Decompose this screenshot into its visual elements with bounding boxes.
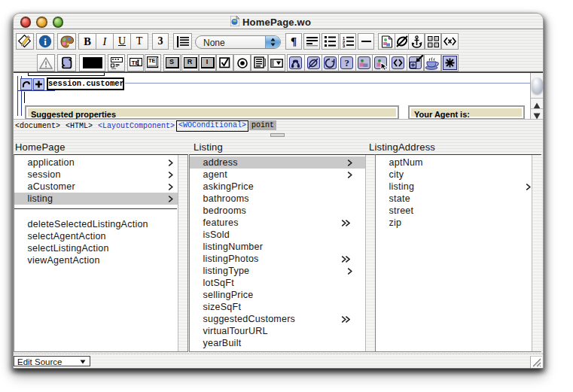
svg-text:3: 3 [343, 44, 345, 47]
svg-text:i: i [44, 36, 47, 47]
svg-text:TE: TE [148, 57, 156, 64]
